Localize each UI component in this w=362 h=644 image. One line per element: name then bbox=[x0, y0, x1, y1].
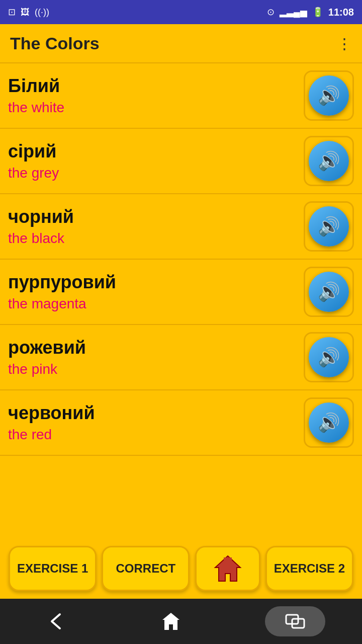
home-nav-icon bbox=[161, 611, 181, 631]
svg-marker-2 bbox=[162, 613, 179, 630]
correct-button[interactable]: CORRECT bbox=[102, 546, 190, 591]
audio-circle: 🔊 bbox=[309, 272, 349, 312]
battery-icon: 🔋 bbox=[312, 7, 323, 18]
status-bar: ⊡ 🖼 ((·)) ⊙ ▂▃▄▅ 🔋 11:08 bbox=[0, 0, 362, 24]
item-english: the white bbox=[8, 100, 304, 116]
list-item: сірий the grey 🔊 bbox=[0, 129, 362, 194]
item-text: Білий the white bbox=[8, 75, 304, 116]
item-english: the grey bbox=[8, 165, 304, 181]
svg-rect-1 bbox=[224, 557, 232, 564]
status-left-icons: ⊡ 🖼 ((·)) bbox=[8, 7, 49, 18]
item-text: червоний the red bbox=[8, 403, 304, 443]
item-native: червоний bbox=[8, 403, 304, 424]
list-item: пурпуровий the magenta 🔊 bbox=[0, 260, 362, 325]
item-english: the magenta bbox=[8, 296, 304, 312]
item-english: the red bbox=[8, 427, 304, 443]
audio-button-5[interactable]: 🔊 bbox=[304, 397, 354, 448]
item-native: пурпуровий bbox=[8, 272, 304, 293]
audio-button-4[interactable]: 🔊 bbox=[304, 332, 354, 382]
item-native: сірий bbox=[8, 141, 304, 162]
item-native: Білий bbox=[8, 75, 304, 97]
header: The Colors ⋮ bbox=[0, 24, 362, 63]
speaker-icon: 🔊 bbox=[318, 150, 340, 172]
list-item: червоний the red 🔊 bbox=[0, 390, 362, 456]
recent-apps-icon bbox=[285, 614, 305, 629]
item-native: чорний bbox=[8, 206, 304, 227]
audio-circle: 🔊 bbox=[309, 403, 349, 443]
list-item: Білий the white 🔊 bbox=[0, 63, 362, 129]
recent-apps-button[interactable] bbox=[265, 606, 325, 636]
audio-circle: 🔊 bbox=[309, 141, 349, 181]
audio-button-1[interactable]: 🔊 bbox=[304, 136, 354, 186]
menu-button[interactable]: ⋮ bbox=[337, 35, 352, 52]
back-button[interactable] bbox=[37, 601, 77, 641]
color-list: Білий the white 🔊 сірий the grey 🔊 чорни… bbox=[0, 63, 362, 488]
item-english: the pink bbox=[8, 361, 304, 377]
image-icon: 🖼 bbox=[21, 7, 30, 18]
home-button[interactable] bbox=[195, 546, 260, 591]
status-time: 11:08 bbox=[328, 7, 354, 18]
speaker-icon: 🔊 bbox=[318, 216, 340, 237]
audio-circle: 🔊 bbox=[309, 337, 349, 377]
home-nav-button[interactable] bbox=[151, 601, 191, 641]
page-title: The Colors bbox=[10, 34, 100, 53]
reception-icon: ⊙ bbox=[267, 7, 275, 18]
speaker-icon: 🔊 bbox=[318, 347, 340, 368]
list-item: рожевий the pink 🔊 bbox=[0, 325, 362, 390]
item-text: рожевий the pink bbox=[8, 337, 304, 377]
audio-button-3[interactable]: 🔊 bbox=[304, 267, 354, 317]
audio-button-2[interactable]: 🔊 bbox=[304, 201, 354, 252]
list-item: чорний the black 🔊 bbox=[0, 194, 362, 260]
item-native: рожевий bbox=[8, 337, 304, 358]
bottom-buttons: EXERCISE 1 CORRECT EXERCISE 2 bbox=[0, 538, 362, 599]
speaker-icon: 🔊 bbox=[318, 281, 340, 302]
back-icon bbox=[47, 611, 67, 631]
exercise2-button[interactable]: EXERCISE 2 bbox=[265, 546, 353, 591]
nav-bar bbox=[0, 599, 362, 644]
item-text: пурпуровий the magenta bbox=[8, 272, 304, 312]
signal-bars-icon: ▂▃▄▅ bbox=[280, 7, 307, 18]
item-english: the black bbox=[8, 230, 304, 247]
empty-space bbox=[0, 488, 362, 538]
wifi-icon: ⊡ bbox=[8, 7, 16, 18]
audio-circle: 🔊 bbox=[309, 206, 349, 247]
audio-circle: 🔊 bbox=[309, 75, 349, 116]
speaker-icon: 🔊 bbox=[318, 412, 340, 433]
signal-icon: ((·)) bbox=[35, 7, 49, 18]
item-text: сірий the grey bbox=[8, 141, 304, 181]
status-right-icons: ⊙ ▂▃▄▅ 🔋 11:08 bbox=[267, 7, 354, 18]
exercise1-button[interactable]: EXERCISE 1 bbox=[9, 546, 97, 591]
speaker-icon: 🔊 bbox=[318, 85, 340, 106]
home-icon bbox=[213, 553, 243, 584]
item-text: чорний the black bbox=[8, 206, 304, 247]
audio-button-0[interactable]: 🔊 bbox=[304, 70, 354, 121]
